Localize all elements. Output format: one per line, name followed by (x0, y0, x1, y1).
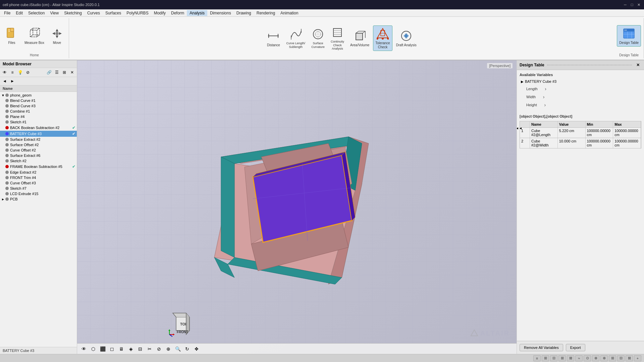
menu-view[interactable]: View (47, 10, 61, 16)
tree-item-plane-4[interactable]: Plane #4 (0, 114, 77, 119)
draft-analysis-button[interactable]: Draft Analysis (394, 27, 419, 49)
tree-item-back-boolean[interactable]: BACK Boolean Subtraction #2 ✔ (0, 125, 77, 131)
tree-item-battery-cube[interactable]: BATTERY Cube #3 ✔ (0, 131, 77, 137)
menu-surfaces[interactable]: Surfaces (103, 10, 124, 16)
tree-item-blend-curve-1[interactable]: Blend Curve #1 (0, 98, 77, 103)
maximize-button[interactable]: □ (629, 2, 635, 7)
battery-cube-tree-item[interactable]: ▶ BATTERY Cube #3 (520, 78, 641, 85)
mb-eye-button[interactable]: 👁 (1, 69, 8, 76)
distance-button[interactable]: Distance (264, 27, 282, 49)
vp-hide-button[interactable]: ⊘ (155, 345, 163, 353)
mb-back-button[interactable]: ◄ (1, 78, 8, 84)
menu-file[interactable]: File (1, 10, 13, 16)
tree-item-phone-geom[interactable]: ▼ phone_geom (0, 93, 77, 98)
curve-length-button[interactable]: Curve Length/Sublength (284, 26, 308, 51)
vp-shaded-button[interactable]: ⬛ (99, 345, 107, 353)
mb-list-button[interactable]: ☰ (53, 69, 60, 76)
viewport[interactable]: [Perspective] (77, 60, 517, 354)
vp-display-button[interactable]: 🖥 (117, 345, 125, 353)
br-btn-2[interactable]: ⊞ (542, 355, 549, 361)
variable-row-2[interactable]: 2 Cube #2@Width 10.000 cm 100000.00000 c… (520, 138, 641, 148)
vp-object-button[interactable]: ◈ (127, 345, 135, 353)
menu-dimensions[interactable]: Dimensions (207, 10, 234, 16)
vp-edges-button[interactable]: ◻ (108, 345, 116, 353)
vp-perspective-button[interactable]: 👁 (80, 345, 88, 353)
export-button[interactable]: Export (566, 344, 585, 351)
design-table-button[interactable]: Design Table (617, 25, 641, 47)
mb-layers-button[interactable]: ≡ (9, 69, 16, 76)
br-btn-11[interactable]: ⊟ (617, 355, 625, 361)
br-btn-10[interactable]: ⊞ (609, 355, 616, 361)
variables-expand[interactable]: ◄◄ (517, 126, 522, 130)
vp-pan-button[interactable]: ✥ (193, 345, 201, 353)
br-btn-7[interactable]: ⊙ (584, 355, 591, 361)
svg-marker-13 (56, 36, 58, 38)
vp-section-button[interactable]: ⊟ (136, 345, 144, 353)
br-btn-9[interactable]: ⊕ (600, 355, 608, 361)
menu-polynurbs[interactable]: PolyNURBS (124, 10, 151, 16)
tree-item-sketch-2[interactable]: Sketch #2 (0, 158, 77, 164)
minimize-button[interactable]: ─ (623, 2, 628, 7)
area-volume-button[interactable]: Area/Volume (348, 27, 372, 49)
prop-length[interactable]: Length (525, 86, 539, 92)
mb-grid-button[interactable]: ⊞ (61, 69, 68, 76)
tolerance-check-button[interactable]: ToleranceCheck (373, 25, 392, 51)
add-width-arrow[interactable]: › (540, 93, 548, 101)
vp-zoom-in-button[interactable]: 🔍 (174, 345, 182, 353)
prop-width[interactable]: Width (525, 94, 537, 100)
tree-item-front-trim-4[interactable]: FRONT Trim #4 (0, 175, 77, 180)
br-btn-5[interactable]: ⊠ (567, 355, 574, 361)
vp-zoom-fit-button[interactable]: ⊕ (164, 345, 172, 353)
menu-edit[interactable]: Edit (13, 10, 25, 16)
vp-clip-button[interactable]: ✂ (146, 345, 154, 353)
close-button[interactable]: ✕ (636, 2, 641, 7)
tree-item-combine-1[interactable]: Combine #1 (0, 109, 77, 114)
vp-rotate-button[interactable]: ↻ (183, 345, 191, 353)
tree-item-surface-extract-6[interactable]: Surface Extract #6 (0, 153, 77, 158)
prop-height[interactable]: Height (525, 102, 538, 108)
variable-row-1[interactable]: 1 Cube #2@Length 5.220 cm 100000.00000 c… (520, 128, 641, 138)
tree-item-edge-extract-2[interactable]: Edge Extract #2 (0, 170, 77, 175)
menu-selection[interactable]: Selection (25, 10, 47, 16)
tree-item-blend-curve-3[interactable]: Blend Curve #3 (0, 103, 77, 109)
menu-drawing[interactable]: Drawing (234, 10, 254, 16)
menu-animation[interactable]: Animation (278, 10, 301, 16)
add-height-arrow[interactable]: › (541, 101, 549, 109)
menu-deform[interactable]: Deform (168, 10, 187, 16)
tree-item-surface-extract-2[interactable]: Surface Extract #2 (0, 137, 77, 142)
br-btn-8[interactable]: ⊗ (592, 355, 599, 361)
continuity-check-button[interactable]: ContinuityCheckAnalysis (328, 24, 346, 52)
mb-link-button[interactable]: 🔗 (46, 69, 52, 76)
br-btn-1[interactable]: ≡ (533, 355, 541, 361)
menu-analysis[interactable]: Analysis (187, 10, 207, 16)
br-btn-6[interactable]: ≈ (575, 355, 583, 361)
vp-wireframe-button[interactable]: ⬡ (89, 345, 97, 353)
mb-forward-button[interactable]: ► (9, 78, 16, 84)
br-btn-3[interactable]: ⊟ (550, 355, 557, 361)
br-btn-12[interactable]: ⊠ (626, 355, 633, 361)
mb-light-button[interactable]: 💡 (17, 69, 23, 76)
menu-sketching[interactable]: Sketching (61, 10, 85, 16)
remove-all-variables-button[interactable]: Remove All Variables (520, 344, 563, 351)
menu-modify[interactable]: Modify (151, 10, 168, 16)
measure-box-button[interactable]: Measure Box (22, 25, 47, 47)
tree-item-sketch-1[interactable]: Sketch #1 (0, 119, 77, 125)
mb-close-button[interactable]: ✕ (69, 69, 75, 76)
menu-rendering[interactable]: Rendering (254, 10, 278, 16)
tree-item-frame-boolean[interactable]: FRAME Boolean Subtraction #5 ✔ (0, 164, 77, 170)
files-button[interactable]: Files (3, 25, 21, 47)
tree-item-lcd-extrude-15[interactable]: LCD Extrude #15 (0, 191, 77, 196)
tree-item-sketch-7[interactable]: Sketch #7 (0, 186, 77, 191)
tree-item-curve-offset-2[interactable]: Curve Offset #2 (0, 147, 77, 153)
surface-curvature-button[interactable]: SurfaceCurvature (309, 26, 327, 51)
add-length-arrow[interactable]: › (542, 85, 550, 93)
tree-item-surface-offset-2[interactable]: Surface Offset #2 (0, 142, 77, 147)
br-btn-4[interactable]: ⊞ (558, 355, 566, 361)
menu-curves[interactable]: Curves (85, 10, 103, 16)
tree-item-curve-offset-3[interactable]: Curve Offset #3 (0, 180, 77, 186)
mb-hide-button[interactable]: ⊘ (24, 69, 31, 76)
br-btn-13[interactable]: + (634, 355, 641, 361)
move-button[interactable]: Move (48, 25, 66, 47)
tree-item-pcb[interactable]: ► PCB (0, 196, 77, 202)
design-table-close-button[interactable]: ✕ (635, 62, 641, 68)
